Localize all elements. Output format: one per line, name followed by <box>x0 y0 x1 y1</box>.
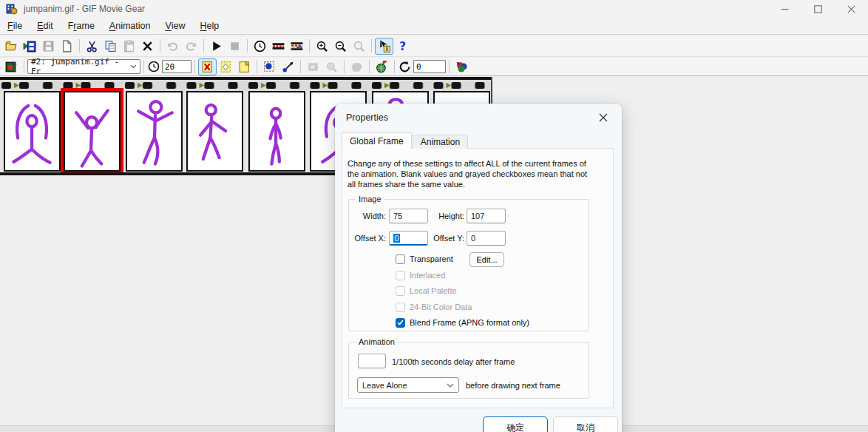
preview-timing-button[interactable] <box>251 38 269 55</box>
cancel-button[interactable]: 取消 <box>553 416 618 432</box>
width-field[interactable]: 75 <box>389 209 428 223</box>
blend-frame-checkbox-row[interactable]: Blend Frame (APNG format only) <box>396 317 529 328</box>
width-label: Width: <box>350 212 386 220</box>
play-button[interactable] <box>207 38 226 55</box>
tab-global-frame[interactable]: Global Frame <box>342 132 412 149</box>
context-help-button[interactable] <box>375 38 393 55</box>
frame-strip-button[interactable] <box>269 38 288 55</box>
delete-button[interactable] <box>138 38 157 55</box>
tab-animation[interactable]: Animation <box>413 135 468 149</box>
palette-button[interactable] <box>452 58 471 75</box>
dialog-description: Change any of these settings to affect A… <box>347 158 609 189</box>
24bit-color-checkbox-row[interactable]: 24-Bit Color Data <box>396 302 472 312</box>
cut-button[interactable] <box>83 38 101 55</box>
color-picker-button[interactable] <box>279 58 297 75</box>
frame-strip-colors-button[interactable] <box>288 38 306 55</box>
mask-area-icon <box>262 60 277 74</box>
paste-button[interactable] <box>120 38 138 55</box>
disposal-select-value: Leave Alone <box>362 381 407 390</box>
transparency-page-button[interactable] <box>235 58 254 75</box>
menu-frame[interactable]: Frame <box>61 18 102 34</box>
frame-selector[interactable]: #2: jumpanim.gif - Fr <box>27 59 140 74</box>
animation-properties-button[interactable] <box>2 58 21 75</box>
transparency-select-button[interactable] <box>217 58 235 75</box>
frame-delay-input[interactable] <box>162 60 191 73</box>
crop-button[interactable] <box>304 58 322 75</box>
transparent-checkbox[interactable] <box>396 254 405 264</box>
menu-animation[interactable]: Animation <box>102 18 158 34</box>
offset-x-field[interactable]: 0 <box>389 231 428 246</box>
insert-frames-button[interactable] <box>21 38 39 55</box>
delete-icon <box>140 39 155 53</box>
dialog-titlebar: Properties <box>335 104 622 132</box>
zoom-actual-button[interactable] <box>350 38 368 55</box>
menu-help[interactable]: Help <box>193 18 227 34</box>
interlaced-checkbox[interactable] <box>396 271 405 280</box>
image-group-label: Image <box>356 195 384 203</box>
new-button[interactable] <box>58 38 76 55</box>
optimize-globe-icon <box>375 60 389 74</box>
cut-icon <box>85 39 99 53</box>
help-button[interactable]: ? <box>393 38 412 55</box>
dialog-close-button[interactable] <box>591 109 616 126</box>
pan-button[interactable] <box>322 58 341 75</box>
menu-view[interactable]: View <box>157 18 192 34</box>
animation-group-label: Animation <box>356 337 398 346</box>
optimize-button[interactable] <box>373 58 391 75</box>
transparency-erase-button[interactable] <box>198 58 217 75</box>
filmstrip-frame-3[interactable] <box>126 91 183 172</box>
toolbar-separator <box>194 60 195 73</box>
local-palette-checkbox-row[interactable]: Local Palette <box>396 286 457 296</box>
stop-button[interactable] <box>226 38 244 55</box>
interlaced-checkbox-row[interactable]: Interlaced <box>396 270 445 280</box>
toolbar-separator <box>143 60 144 73</box>
zoom-out-button[interactable] <box>331 38 350 55</box>
redo-icon <box>184 39 198 53</box>
undo-button[interactable] <box>163 38 182 55</box>
filmstrip-frame-1[interactable] <box>4 91 61 172</box>
tab-panel-global-frame: Change any of these settings to affect A… <box>342 148 614 408</box>
menu-edit[interactable]: Edit <box>30 18 61 34</box>
toolbar-separator <box>160 39 160 53</box>
svg-text:?: ? <box>399 39 406 53</box>
offset-y-field[interactable]: 0 <box>467 231 506 246</box>
open-button[interactable] <box>2 38 21 55</box>
mask-area-button[interactable] <box>260 58 279 75</box>
play-icon <box>209 39 223 53</box>
copy-button[interactable] <box>101 38 120 55</box>
minimize-button[interactable] <box>768 0 801 18</box>
toolbar-separator <box>371 39 372 53</box>
toolbar-separator <box>79 39 80 53</box>
blend-frame-checkbox[interactable] <box>396 318 405 328</box>
redo-button[interactable] <box>182 38 200 55</box>
delay-after-frame-label: 1/100th seconds delay after frame <box>392 357 515 366</box>
edit-transparency-button[interactable]: Edit... <box>469 252 504 267</box>
window-title: jumpanim.gif - GIF Movie Gear <box>24 4 145 14</box>
filmstrip-frame-5[interactable] <box>248 91 305 172</box>
frame-selector-value: #2: jumpanim.gif - Fr <box>31 57 130 76</box>
delay-clock-icon <box>147 60 160 73</box>
stick-figure-pose-1 <box>5 92 59 170</box>
pan-icon <box>325 60 339 74</box>
filmstrip-frame-4[interactable] <box>186 91 243 172</box>
close-button[interactable] <box>835 0 868 18</box>
loop-count-input[interactable] <box>413 60 446 73</box>
transparent-checkbox-row[interactable]: Transparent <box>396 254 453 264</box>
maximize-button[interactable] <box>801 0 835 18</box>
height-field[interactable]: 107 <box>467 209 506 223</box>
filmstrip-frame-2-selected[interactable] <box>64 91 121 172</box>
properties-dialog: Properties Global Frame Animation Change… <box>335 104 622 432</box>
ok-button[interactable]: 确定 <box>483 416 548 432</box>
filmstrip-sprockets <box>0 80 491 91</box>
delay-after-frame-input[interactable] <box>358 354 386 368</box>
zoom-in-button[interactable] <box>313 38 331 55</box>
24bit-color-checkbox[interactable] <box>396 303 405 312</box>
image-group: Image Width: 75 Height: 107 Offset X: 0 … <box>348 199 589 331</box>
blend-frame-label: Blend Frame (APNG format only) <box>410 318 529 327</box>
save-button[interactable] <box>39 38 58 55</box>
menu-file[interactable]: File <box>0 18 30 34</box>
local-palette-checkbox[interactable] <box>396 286 405 296</box>
palette-icon <box>455 60 469 74</box>
disposal-select[interactable]: Leave Alone <box>357 377 459 393</box>
shape-button[interactable] <box>347 58 366 75</box>
